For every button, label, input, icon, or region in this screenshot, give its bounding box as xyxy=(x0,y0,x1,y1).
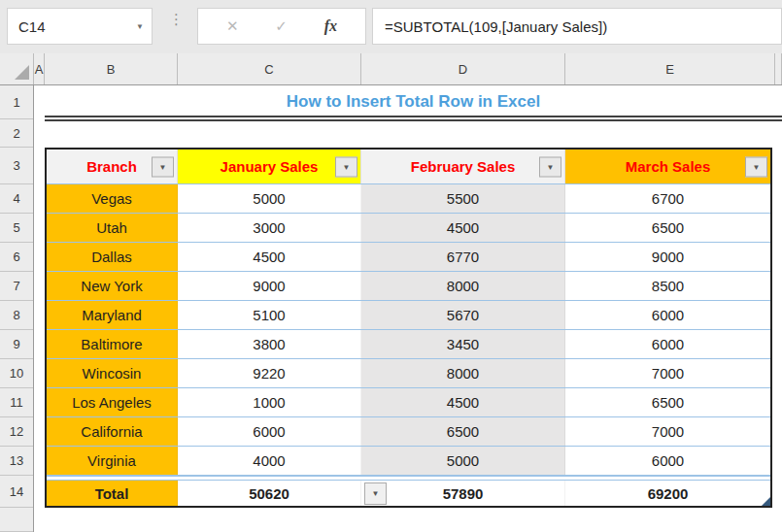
table-row: Wincosin922080007000 xyxy=(47,359,770,388)
branch-cell[interactable]: Virginia xyxy=(47,447,178,475)
cell-reference: C14 xyxy=(18,18,46,35)
total-label-cell[interactable]: Total xyxy=(47,481,178,506)
select-all-icon xyxy=(15,65,29,80)
value-cell[interactable]: 3450 xyxy=(361,330,565,358)
formula-buttons-group: ✕ ✓ fx xyxy=(197,8,366,45)
value-cell[interactable]: 9220 xyxy=(178,359,361,387)
table-row: Los Angeles100045006500 xyxy=(47,388,770,417)
value-cell[interactable]: 6500 xyxy=(361,417,565,446)
title-double-underline xyxy=(45,116,782,121)
value-cell[interactable]: 6770 xyxy=(361,243,565,271)
name-box[interactable]: C14 ▼ xyxy=(7,8,153,45)
enter-icon[interactable]: ✓ xyxy=(275,17,288,35)
branch-cell[interactable]: Maryland xyxy=(47,301,178,329)
cancel-icon[interactable]: ✕ xyxy=(226,17,239,35)
row-header-partial[interactable] xyxy=(0,508,33,532)
total-value-cell[interactable]: 50620 xyxy=(178,481,361,506)
value-cell[interactable]: 1000 xyxy=(178,388,361,416)
row-header-11[interactable]: 11 xyxy=(0,388,33,417)
table-column-header-february-sales: February Sales▼ xyxy=(361,150,565,183)
value-cell[interactable]: 6000 xyxy=(565,330,770,358)
sheet-title-cell[interactable]: How to Insert Total Row in Excel xyxy=(45,85,782,117)
total-value-cell[interactable]: 57890 xyxy=(361,481,565,506)
select-all-corner[interactable] xyxy=(0,53,34,84)
table-column-header-january-sales: January Sales▼ xyxy=(178,150,361,183)
formula-input[interactable]: =SUBTOTAL(109,[January Sales]) xyxy=(372,8,782,45)
branch-cell[interactable]: Vegas xyxy=(47,184,178,213)
column-headers: ABCDE xyxy=(0,53,782,85)
value-cell[interactable]: 6500 xyxy=(565,214,770,242)
sales-table: Branch▼January Sales▼February Sales▼Marc… xyxy=(45,148,772,508)
value-cell[interactable]: 4000 xyxy=(178,447,361,475)
total-value-cell[interactable]: 69200 xyxy=(565,481,770,506)
row-header-4[interactable]: 4 xyxy=(0,184,33,214)
value-cell[interactable]: 7000 xyxy=(565,359,770,387)
row-header-13[interactable]: 13 xyxy=(0,447,33,476)
row-header-7[interactable]: 7 xyxy=(0,272,33,301)
table-row: Virginia400050006000 xyxy=(47,447,770,476)
row-header-1[interactable]: 1 xyxy=(0,85,33,119)
branch-cell[interactable]: Los Angeles xyxy=(47,388,178,416)
row-header-14[interactable]: 14 xyxy=(0,476,33,508)
column-header-E[interactable]: E xyxy=(565,53,775,84)
value-cell[interactable]: 8000 xyxy=(361,272,565,300)
value-cell[interactable]: 6000 xyxy=(565,301,770,329)
branch-cell[interactable]: Dallas xyxy=(47,243,178,271)
value-cell[interactable]: 4500 xyxy=(361,214,565,242)
value-cell[interactable]: 5670 xyxy=(361,301,565,329)
value-cell[interactable]: 9000 xyxy=(565,243,770,271)
row-header-6[interactable]: 6 xyxy=(0,243,33,272)
branch-cell[interactable]: Wincosin xyxy=(47,359,178,387)
name-box-dropdown-icon[interactable]: ▼ xyxy=(136,22,144,31)
value-cell[interactable]: 5500 xyxy=(361,184,565,213)
formula-text: =SUBTOTAL(109,[January Sales]) xyxy=(385,18,607,35)
value-cell[interactable]: 6000 xyxy=(178,417,361,446)
filter-dropdown-icon[interactable]: ▼ xyxy=(539,156,561,177)
row-header-3[interactable]: 3 xyxy=(0,148,33,184)
value-cell[interactable]: 6500 xyxy=(565,388,770,416)
sheet-cells-area: How to Insert Total Row in Excel Branch▼… xyxy=(34,85,782,532)
value-cell[interactable]: 6000 xyxy=(565,447,770,475)
branch-cell[interactable]: Baltimore xyxy=(47,330,178,358)
column-header-A[interactable]: A xyxy=(34,53,45,84)
table-resize-handle[interactable] xyxy=(762,497,770,506)
value-cell[interactable]: 6700 xyxy=(565,184,770,213)
row-header-12[interactable]: 12 xyxy=(0,417,33,447)
value-cell[interactable]: 4500 xyxy=(178,243,361,271)
column-header-D[interactable]: D xyxy=(361,53,565,84)
column-header-C[interactable]: C xyxy=(178,53,361,84)
value-cell[interactable]: 5000 xyxy=(361,447,565,475)
branch-cell[interactable]: Utah xyxy=(47,214,178,242)
value-cell[interactable]: 7000 xyxy=(565,417,770,446)
column-header-B[interactable]: B xyxy=(45,53,178,84)
row-header-2[interactable]: 2 xyxy=(0,119,33,148)
table-row: Baltimore380034506000 xyxy=(47,330,770,359)
column-header-partial[interactable] xyxy=(775,53,782,84)
insert-function-icon[interactable]: fx xyxy=(324,17,337,35)
value-cell[interactable]: 5100 xyxy=(178,301,361,329)
value-cell[interactable]: 5000 xyxy=(178,184,361,213)
column-header-label: March Sales xyxy=(626,158,711,175)
table-row: Dallas450067709000 xyxy=(47,243,770,272)
filter-dropdown-icon[interactable]: ▼ xyxy=(152,156,174,177)
table-row: Utah300045006500 xyxy=(47,214,770,243)
value-cell[interactable]: 4500 xyxy=(361,388,565,416)
value-cell[interactable]: 3000 xyxy=(178,214,361,242)
value-cell[interactable]: 3800 xyxy=(178,330,361,358)
formula-bar: C14 ▼ ⋮ ✕ ✓ fx =SUBTOTAL(109,[January Sa… xyxy=(0,0,782,53)
total-function-dropdown-button[interactable]: ▼ xyxy=(364,482,387,505)
filter-dropdown-icon[interactable]: ▼ xyxy=(335,156,357,177)
branch-cell[interactable]: California xyxy=(47,417,178,446)
value-cell[interactable]: 9000 xyxy=(178,272,361,300)
branch-cell[interactable]: New York xyxy=(47,272,178,300)
column-header-label: Branch xyxy=(86,158,137,175)
formula-bar-separator-icon: ⋮ xyxy=(169,16,184,22)
row-header-9[interactable]: 9 xyxy=(0,330,33,359)
value-cell[interactable]: 8000 xyxy=(361,359,565,387)
filter-dropdown-icon[interactable]: ▼ xyxy=(745,156,767,177)
table-header-row: Branch▼January Sales▼February Sales▼Marc… xyxy=(47,150,770,184)
row-header-10[interactable]: 10 xyxy=(0,359,33,388)
row-header-8[interactable]: 8 xyxy=(0,301,33,330)
value-cell[interactable]: 8500 xyxy=(565,272,770,300)
row-header-5[interactable]: 5 xyxy=(0,214,33,243)
